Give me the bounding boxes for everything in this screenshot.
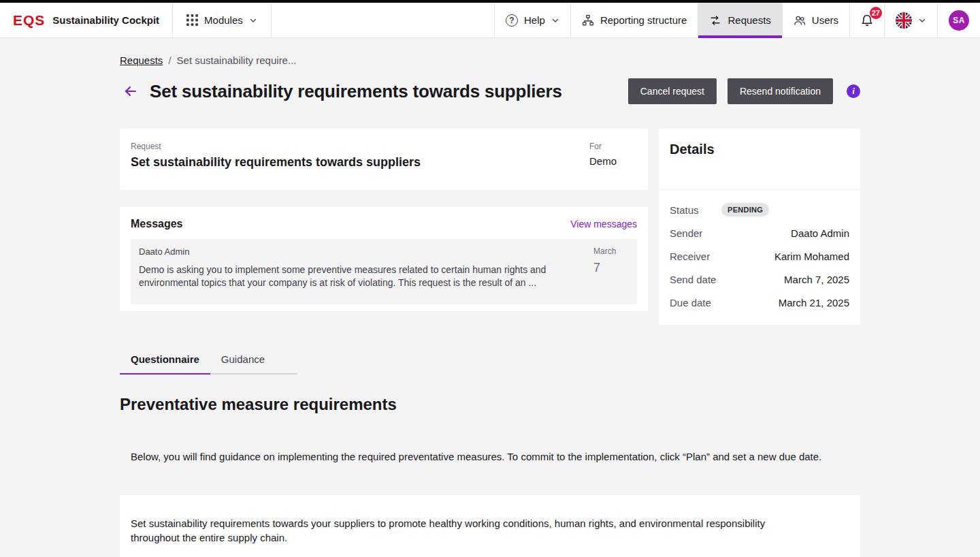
eqs-logo: EQS [13, 12, 45, 29]
message-item[interactable]: Daato Admin Demo is asking you to implem… [131, 239, 637, 304]
details-row-sender: Sender Daato Admin [670, 224, 849, 242]
details-row-send-date: Send date March 7, 2025 [670, 270, 849, 288]
title-actions: Cancel request Resend notification i [628, 78, 860, 104]
chevron-down-icon [918, 16, 926, 25]
messages-title: Messages [131, 218, 183, 230]
details-card: Details Status PENDING Sender Daato Admi… [659, 129, 860, 325]
request-summary-card: Request Set sustainability requirements … [120, 129, 648, 190]
details-body: Status PENDING Sender Daato Admin Receiv… [659, 189, 860, 325]
request-label: Request [131, 142, 421, 151]
breadcrumb-separator: / [168, 54, 171, 66]
nav-right: ? Help Reporting structure Requests User… [494, 3, 980, 37]
page-title: Set sustainability requirements towards … [150, 81, 562, 102]
help-icon: ? [506, 14, 518, 27]
details-row-status: Status PENDING [670, 201, 849, 219]
content-grid: Request Set sustainability requirements … [120, 129, 860, 325]
resend-notification-button[interactable]: Resend notification [728, 78, 833, 104]
request-block: Request Set sustainability requirements … [131, 142, 421, 177]
details-row-due-date: Due date March 21, 2025 [670, 293, 849, 311]
modules-label: Modules [204, 14, 243, 26]
reporting-structure-label: Reporting structure [600, 14, 687, 26]
breadcrumb: Requests / Set sustainability require... [120, 54, 860, 66]
details-header: Details [659, 129, 860, 189]
section-heading: Preventative measure requirements [120, 395, 860, 414]
tab-guidance[interactable]: Guidance [210, 348, 297, 375]
notifications-button[interactable]: 27 [849, 3, 884, 37]
requests-label: Requests [728, 14, 770, 26]
status-badge: PENDING [721, 203, 769, 217]
breadcrumb-requests-link[interactable]: Requests [120, 54, 163, 66]
help-label: Help [524, 14, 545, 26]
details-title: Details [670, 142, 849, 157]
message-sender: Daato Admin [139, 246, 577, 257]
details-label: Receiver [670, 251, 721, 262]
details-label: Send date [670, 274, 721, 285]
for-block: For Demo [589, 142, 637, 177]
users-label: Users [812, 14, 838, 26]
back-arrow-icon [122, 83, 139, 99]
help-menu[interactable]: ? Help [494, 3, 570, 37]
uk-flag-icon [896, 12, 912, 29]
language-selector[interactable] [884, 3, 937, 37]
nav-requests[interactable]: Requests [698, 3, 781, 37]
message-date-day: 7 [593, 261, 629, 275]
for-value: Demo [589, 155, 637, 167]
nav-reporting-structure[interactable]: Reporting structure [570, 3, 698, 37]
breadcrumb-current: Set sustainability require... [177, 54, 297, 66]
details-label: Due date [670, 297, 721, 308]
details-value: March 7, 2025 [784, 274, 849, 285]
for-label: For [589, 142, 637, 151]
left-column: Request Set sustainability requirements … [120, 129, 648, 311]
details-label: Status [670, 204, 721, 216]
user-avatar[interactable]: SA [937, 3, 980, 37]
app-title: Sustainability Cockpit [52, 14, 159, 26]
users-icon [794, 14, 806, 27]
message-main: Daato Admin Demo is asking you to implem… [139, 246, 593, 297]
message-date: March 7 [593, 246, 629, 297]
tab-questionnaire[interactable]: Questionnaire [120, 348, 210, 375]
grid-icon [186, 14, 198, 26]
request-name: Set sustainability requirements towards … [131, 155, 421, 170]
cancel-request-button[interactable]: Cancel request [628, 78, 717, 104]
view-messages-link[interactable]: View messages [570, 219, 637, 229]
notification-badge: 27 [870, 7, 882, 19]
top-navbar: EQS Sustainability Cockpit Modules ? Hel… [0, 3, 980, 38]
back-button[interactable] [120, 80, 142, 102]
details-label: Sender [670, 227, 721, 239]
info-icon[interactable]: i [847, 84, 860, 98]
page-title-row: Set sustainability requirements towards … [120, 78, 860, 104]
chevron-down-icon [249, 16, 257, 25]
body-text: Set sustainability requirements towards … [131, 516, 787, 545]
details-value: Karim Mohamed [774, 251, 849, 262]
requests-icon [709, 14, 721, 27]
message-preview: Demo is asking you to implement some pre… [139, 264, 574, 289]
details-value: March 21, 2025 [779, 297, 849, 308]
tab-bar: Questionnaire Guidance [120, 348, 860, 375]
chevron-down-icon [551, 16, 559, 25]
brand[interactable]: EQS Sustainability Cockpit [0, 3, 172, 37]
body-card: Set sustainability requirements towards … [120, 495, 860, 557]
modules-menu[interactable]: Modules [172, 3, 272, 37]
message-date-month: March [593, 246, 629, 256]
org-chart-icon [582, 14, 594, 27]
avatar-initials: SA [949, 10, 969, 31]
main-content: Requests / Set sustainability require...… [120, 54, 860, 557]
details-row-receiver: Receiver Karim Mohamed [670, 247, 849, 265]
intro-paragraph: Below, you will find guidance on impleme… [131, 449, 845, 464]
messages-header: Messages View messages [131, 218, 637, 230]
messages-card: Messages View messages Daato Admin Demo … [120, 207, 648, 311]
nav-users[interactable]: Users [782, 3, 849, 37]
details-value: Daato Admin [791, 227, 849, 239]
